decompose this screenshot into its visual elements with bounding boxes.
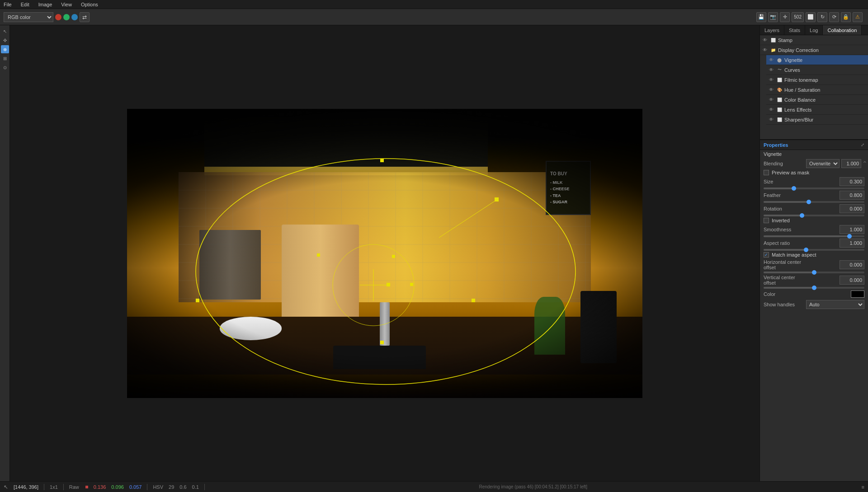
properties-header: Properties ⤢ xyxy=(760,140,868,150)
prop-aspect-row: Aspect ratio xyxy=(760,238,868,248)
vcenter-input[interactable] xyxy=(840,276,864,285)
camera-button[interactable]: 📷 xyxy=(768,12,778,22)
menu-image[interactable]: Image xyxy=(37,2,54,7)
layer-curves[interactable]: 👁 〜 Curves xyxy=(766,65,868,75)
layer-type-icon: 🎨 xyxy=(776,87,783,93)
preview-mask-row: Preview as mask xyxy=(760,169,868,176)
tool-select[interactable]: ↖ xyxy=(1,27,9,35)
menu-view[interactable]: View xyxy=(59,2,74,7)
left-tool-panel: ↖ ✜ ⊕ ⊞ ⊙ xyxy=(0,25,10,481)
eye-icon[interactable]: 👁 xyxy=(768,107,774,113)
svg-line-15 xyxy=(439,200,497,238)
layer-filmic[interactable]: 👁 ⬜ Filmic tonemap xyxy=(766,75,868,85)
cursor-tool-button[interactable]: ✛ xyxy=(780,12,790,22)
color-dot-blue[interactable] xyxy=(71,14,78,20)
eye-icon[interactable]: 👁 xyxy=(768,77,774,83)
color-dot-green[interactable] xyxy=(63,14,70,20)
aspect-slider[interactable] xyxy=(764,249,864,251)
tool-transform[interactable]: ⊕ xyxy=(1,45,9,53)
raw-b-value: 0.057 xyxy=(129,484,142,490)
size-label: Size xyxy=(764,179,804,184)
inverted-checkbox[interactable] xyxy=(764,218,769,223)
eye-icon[interactable]: 👁 xyxy=(768,57,774,63)
reset-view-button[interactable]: ⟳ xyxy=(829,12,839,22)
prop-rotation-row: Rotation xyxy=(760,203,868,214)
swap-icon[interactable]: ⇄ xyxy=(80,12,90,22)
hcenter-input[interactable] xyxy=(840,260,864,269)
menu-icon[interactable]: ≡ xyxy=(862,484,864,490)
menu-file[interactable]: File xyxy=(2,2,14,7)
eye-icon[interactable]: 👁 xyxy=(768,117,774,123)
hcenter-slider[interactable] xyxy=(764,272,864,273)
blending-value-input[interactable] xyxy=(841,159,861,168)
menu-options[interactable]: Options xyxy=(79,2,100,7)
layer-label: Display Correction xyxy=(778,47,866,53)
svg-rect-8 xyxy=(196,299,199,302)
tab-log[interactable]: Log xyxy=(805,25,823,35)
color-dot-red[interactable] xyxy=(55,14,61,20)
size-slider[interactable] xyxy=(764,187,864,189)
zoom-level: 1x1 xyxy=(50,484,58,490)
vcenter-number xyxy=(840,276,864,285)
blending-label: Blending xyxy=(764,161,804,166)
layer-label: Color Balance xyxy=(784,97,866,103)
feather-input[interactable] xyxy=(840,191,864,200)
lock-button[interactable]: 🔒 xyxy=(841,12,851,22)
eye-icon[interactable]: 👁 xyxy=(768,87,774,93)
blending-up-btn[interactable]: ⌃ xyxy=(862,160,868,167)
viewport[interactable]: TO BUY - MILK - CHEESE - TEA - SUGAR xyxy=(10,25,760,481)
rotate-button[interactable]: ↻ xyxy=(817,12,827,22)
view-mode-button[interactable]: ⬜ xyxy=(806,12,816,22)
preview-mask-checkbox[interactable] xyxy=(764,170,769,175)
layer-lens-effects[interactable]: 👁 ⬜ Lens Effects xyxy=(766,105,868,115)
tab-stats[interactable]: Stats xyxy=(784,25,805,35)
layer-label: Lens Effects xyxy=(784,107,866,112)
eye-icon[interactable]: 👁 xyxy=(768,97,774,103)
tab-layers[interactable]: Layers xyxy=(760,25,784,35)
right-panel: Layers Stats Log Collaboration 👁 ⬜ Stamp… xyxy=(760,25,868,481)
eye-icon[interactable]: 👁 xyxy=(762,37,768,43)
layer-display-correction[interactable]: 👁 📁 Display Correction xyxy=(760,45,868,55)
smoothness-input[interactable] xyxy=(840,225,864,234)
tool-crop[interactable]: ⊞ xyxy=(1,54,9,62)
raw-r-value: 0.136 xyxy=(94,484,106,490)
layer-stamp[interactable]: 👁 ⬜ Stamp xyxy=(760,35,868,45)
status-bar: ↖ [1446, 396] 1x1 Raw 0.136 0.096 0.057 … xyxy=(0,481,868,492)
layer-label: Sharpen/Blur xyxy=(784,117,866,122)
save-button[interactable]: 💾 xyxy=(756,12,766,22)
cursor-icon: ↖ xyxy=(4,484,8,490)
feather-slider[interactable] xyxy=(764,201,864,203)
color-mode-select[interactable]: RGB color xyxy=(4,12,53,22)
properties-expand-button[interactable]: ⤢ xyxy=(861,142,864,147)
tool-zoom[interactable]: ⊙ xyxy=(1,63,9,71)
layer-hue-saturation[interactable]: 👁 🎨 Hue / Saturation xyxy=(766,85,868,95)
handles-select[interactable]: Auto Always Never xyxy=(806,300,864,309)
smoothness-slider[interactable] xyxy=(764,235,864,237)
aspect-input[interactable] xyxy=(840,239,864,248)
size-input[interactable] xyxy=(840,177,864,186)
blending-select[interactable]: Overwrite Add Multiply xyxy=(806,159,840,168)
rotation-slider[interactable] xyxy=(764,215,864,216)
menu-edit[interactable]: Edit xyxy=(19,2,31,7)
layer-type-icon: ⬜ xyxy=(776,107,783,113)
feather-label: Feather xyxy=(764,192,804,198)
vcenter-slider[interactable] xyxy=(764,287,864,289)
layer-sharpen-blur[interactable]: 👁 ⬜ Sharpen/Blur xyxy=(766,115,868,125)
match-aspect-row: Match image aspect xyxy=(760,251,868,258)
color-swatch[interactable] xyxy=(851,291,864,298)
menu-bar: File Edit Image View Options xyxy=(0,0,868,9)
layer-label: Stamp xyxy=(778,37,866,43)
layer-vignette[interactable]: 👁 ⬤ Vignette xyxy=(766,55,868,65)
prop-vcenter-row: Vertical center offset xyxy=(760,274,868,286)
eye-icon[interactable]: 👁 xyxy=(768,67,774,73)
match-aspect-checkbox[interactable] xyxy=(764,252,769,258)
eye-icon[interactable]: 👁 xyxy=(762,47,768,53)
svg-rect-7 xyxy=(380,341,384,344)
warning-button[interactable]: ⚠ xyxy=(853,12,863,22)
prop-smoothness-row: Smoothness xyxy=(760,224,868,235)
tool-move[interactable]: ✜ xyxy=(1,36,9,44)
tab-collaboration[interactable]: Collaboration xyxy=(823,25,862,35)
layer-color-balance[interactable]: 👁 ⬜ Color Balance xyxy=(766,95,868,105)
ellipse-transform-control[interactable] xyxy=(127,109,642,398)
rotation-input[interactable] xyxy=(840,204,864,213)
